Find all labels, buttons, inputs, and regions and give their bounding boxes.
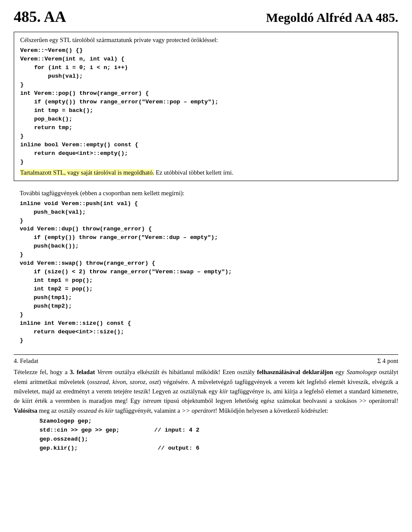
section2-intro: További tagfüggvények (ebben a csoportba…	[20, 190, 392, 197]
problem-bold2: felhasználásával deklaráljon	[257, 369, 333, 375]
problem-number: 4. Feladat	[14, 357, 38, 365]
problem-italic3: osszead, kivon, szoroz, oszt	[89, 378, 159, 385]
section1-box: Célszerűen egy STL tárolóból származtatu…	[14, 32, 398, 181]
problem-italic8: >> operátort	[182, 407, 215, 414]
problem-italic5: istream	[143, 397, 161, 404]
problem-text10: és	[97, 407, 105, 414]
problem-italic4: kiir	[220, 388, 228, 395]
problem-text9: meg az osztály	[37, 407, 77, 414]
problem-italic2: Szamologep	[347, 369, 377, 375]
header-right: Megoldó Alfréd AA 485.	[266, 10, 398, 25]
problem-text11: tagfüggvényét, valamint a	[114, 407, 182, 414]
section1-note-extra: Ez utóbbival többet kellett írni.	[154, 169, 233, 176]
problem-points: Σ 4 pont	[377, 357, 398, 365]
problem-header-row: 4. Feladat Σ 4 pont	[14, 357, 398, 365]
section-divider	[14, 354, 398, 355]
problem-bold1: 3. feladat	[70, 369, 95, 375]
problem-italic6: osszead	[77, 407, 97, 414]
section2-code: inline void Verem::push(int val) { push_…	[20, 200, 392, 345]
section1-code: Verem::~Verem() {} Verem::Verem(int n, i…	[20, 46, 392, 166]
problem-italic7: kiir	[105, 407, 114, 414]
section2-box: További tagfüggvények (ebben a csoportba…	[14, 185, 398, 350]
problem-text3: osztálya elkészült és hibátlanul működik…	[112, 369, 257, 375]
highlighted-text: Tartalmazott STL, vagy saját tárolóval i…	[20, 169, 154, 176]
problem-text1: Tételezze fel, hogy a	[14, 369, 70, 375]
page: 485. AA Megoldó Alfréd AA 485. Célszerűe…	[0, 0, 412, 532]
problem-body: Tételezze fel, hogy a 3. feladat Verem o…	[14, 367, 398, 415]
header: 485. AA Megoldó Alfréd AA 485.	[14, 8, 398, 26]
problem-code: Szamologep gep; std::cin >> gep >> gep; …	[39, 417, 398, 453]
section1-intro: Célszerűen egy STL tárolóból származtatu…	[20, 36, 392, 44]
problem-text4: egy	[333, 369, 346, 375]
section1-note: Tartalmazott STL, vagy saját tárolóval i…	[20, 169, 392, 176]
problem-text12: ! Működjön helyesen a következő kódrészl…	[215, 407, 328, 414]
problem4: 4. Feladat Σ 4 pont Tételezze fel, hogy …	[14, 357, 398, 453]
section2-intro-text: További tagfüggvények (ebben a csoportba…	[20, 190, 185, 196]
problem-text8: típusú objektumból legyen lehetőség egés…	[161, 397, 398, 404]
problem-bold3: Valósítsa	[14, 407, 37, 414]
problem-italic1: Verem	[97, 369, 112, 375]
header-left: 485. AA	[14, 8, 66, 26]
